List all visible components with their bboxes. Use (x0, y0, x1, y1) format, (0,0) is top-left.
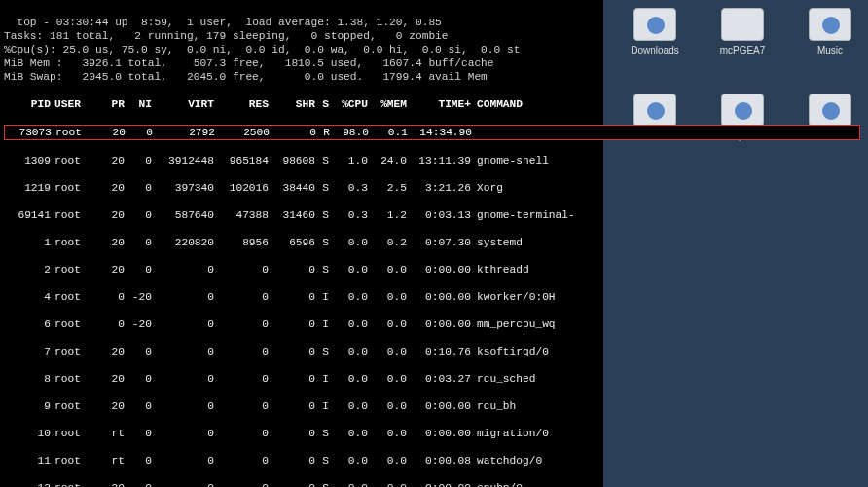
cell-virt: 587640 (152, 208, 214, 222)
cell-res: 0 (214, 454, 269, 468)
cell-mem: 2.5 (368, 181, 407, 195)
cell-res: 0 (214, 372, 269, 386)
cell-res: 47388 (214, 208, 269, 222)
cell-res: 0 (214, 481, 269, 487)
cell-cpu: 98.0 (330, 126, 369, 139)
cell-s: S (315, 427, 329, 440)
cell-cmd: gnome-terminal- (471, 208, 575, 222)
cell-user: root (51, 208, 97, 222)
top-summary-line3: %Cpu(s): 25.0 us, 75.0 sy, 0.0 ni, 0.0 i… (4, 44, 520, 56)
folder-label: mcPGEA7 (720, 45, 766, 56)
cell-cpu: 0.0 (329, 236, 368, 249)
cell-virt: 0 (152, 263, 214, 277)
cell-ni: 0 (125, 399, 152, 413)
cell-virt: 397340 (152, 181, 214, 195)
cell-ni: 0 (125, 208, 152, 222)
cell-virt: 0 (152, 454, 214, 468)
terminal-window[interactable]: top - 03:30:44 up 8:59, 1 user, load ave… (0, 0, 603, 487)
cell-user: root (51, 318, 97, 331)
desktop-folder-downloads[interactable]: Downloads (625, 8, 685, 56)
folder-icon (721, 94, 764, 127)
cell-time: 0:00.00 (407, 481, 471, 487)
process-rows: 73073root200279225000R98.00.114:34.90 13… (4, 125, 599, 487)
col-time: TIME+ (407, 97, 471, 111)
cell-shr: 0 (270, 126, 316, 139)
cell-ni: 0 (126, 126, 153, 139)
cell-res: 2500 (215, 126, 270, 139)
cell-pr: 20 (97, 481, 125, 487)
cell-time: 0:07.30 (407, 236, 471, 249)
process-row[interactable]: 7root200000S0.00.00:10.76ksoftirqd/0 (4, 345, 599, 358)
cell-cpu: 0.0 (329, 372, 368, 386)
cell-res: 0 (214, 399, 269, 413)
cell-user: root (51, 481, 97, 487)
cell-ni: 0 (125, 236, 152, 249)
cell-time: 13:11.39 (407, 154, 471, 168)
cell-cmd: cpuhp/0 (471, 481, 523, 487)
cell-mem: 0.0 (368, 454, 407, 468)
cell-mem: 24.0 (368, 154, 407, 168)
folder-label: Music (817, 45, 843, 56)
cell-shr: 0 (269, 345, 315, 358)
cell-pid: 8 (4, 372, 51, 386)
process-row[interactable]: 2root200000S0.00.00:00.00kthreadd (4, 263, 599, 277)
cell-time: 0:10.76 (407, 345, 471, 358)
cell-res: 0 (214, 263, 269, 277)
cell-user: root (51, 427, 97, 440)
cell-virt: 3912448 (152, 154, 214, 168)
process-row[interactable]: 1219root20039734010201638440S0.32.53:21.… (4, 181, 599, 195)
process-row[interactable]: 8root200000I0.00.00:03.27rcu_sched (4, 372, 599, 386)
cell-pid: 1309 (4, 154, 51, 168)
process-row[interactable]: 6root0-20000I0.00.00:00.00mm_percpu_wq (4, 318, 599, 331)
cell-ni: 0 (125, 154, 152, 168)
cell-s: I (315, 290, 329, 304)
cell-virt: 0 (152, 318, 214, 331)
folder-label: Downloads (631, 45, 678, 56)
desktop-folder-mcpgea7[interactable]: mcPGEA7 (712, 8, 773, 56)
process-row[interactable]: 1309root200391244896518498608S1.024.013:… (4, 154, 599, 168)
top-summary-line1: top - 03:30:44 up 8:59, 1 user, load ave… (17, 17, 441, 28)
process-row[interactable]: 12root200000S0.00.00:00.00cpuhp/0 (4, 481, 599, 487)
cell-s: S (315, 181, 329, 195)
col-virt: VIRT (152, 97, 214, 111)
process-row[interactable]: 9root200000I0.00.00:00.00rcu_bh (4, 399, 599, 413)
cell-mem: 0.0 (368, 481, 407, 487)
cell-shr: 0 (269, 427, 315, 440)
col-mem: %MEM (368, 97, 407, 111)
top-summary-line2: Tasks: 181 total, 2 running, 179 sleepin… (4, 30, 449, 42)
cell-virt: 2792 (153, 126, 215, 139)
process-row[interactable]: 11rootrt0000S0.00.00:00.08watchdog/0 (4, 454, 599, 468)
folder-icon (633, 94, 676, 127)
desktop-folder-music[interactable]: Music (800, 8, 860, 56)
cell-time: 0:00.00 (407, 263, 471, 277)
process-row[interactable]: 69141root2005876404738831460S0.31.20:03.… (4, 208, 599, 222)
col-cpu: %CPU (329, 97, 368, 111)
process-row[interactable]: 73073root200279225000R98.00.114:34.90 (4, 125, 860, 140)
cell-mem: 0.0 (368, 290, 407, 304)
process-row[interactable]: 10rootrt0000S0.00.00:00.00migration/0 (4, 427, 599, 440)
cell-pr: 0 (97, 318, 125, 331)
cell-virt: 0 (152, 345, 214, 358)
cell-pid: 10 (4, 427, 51, 440)
top-summary-line4: MiB Mem : 3926.1 total, 507.3 free, 1810… (4, 57, 494, 69)
cell-ni: 0 (125, 427, 152, 440)
cell-ni: 0 (125, 263, 152, 277)
cell-virt: 0 (152, 481, 214, 487)
cell-cmd: migration/0 (471, 427, 549, 440)
cell-mem: 0.0 (368, 399, 407, 413)
cell-s: R (316, 126, 330, 139)
cell-time: 3:21.26 (407, 181, 471, 195)
process-row[interactable]: 4root0-20000I0.00.00:00.00kworker/0:0H (4, 290, 599, 304)
cell-ni: -20 (125, 318, 152, 331)
cell-s: S (315, 236, 329, 249)
top-summary-line5: MiB Swap: 2045.0 total, 2045.0 free, 0.0… (4, 71, 488, 83)
cell-time: 0:03.13 (407, 208, 471, 222)
process-row[interactable]: 1root20022082089566596S0.00.20:07.30syst… (4, 236, 599, 249)
cell-res: 8956 (214, 236, 269, 249)
cell-s: S (315, 345, 329, 358)
cell-res: 965184 (214, 154, 269, 168)
cell-mem: 1.2 (368, 208, 407, 222)
cell-mem: 0.0 (368, 345, 407, 358)
col-ni: NI (125, 97, 152, 111)
cell-time: 0:03.27 (407, 372, 471, 386)
